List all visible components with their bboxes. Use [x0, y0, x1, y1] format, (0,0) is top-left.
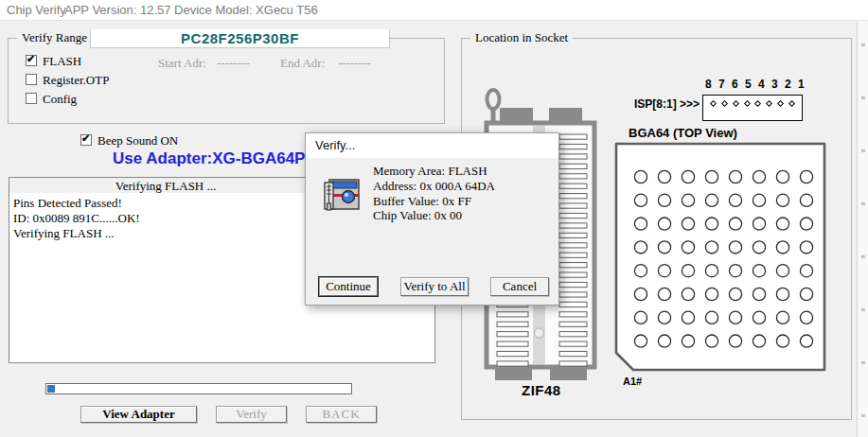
- checkbox-config[interactable]: [26, 93, 37, 104]
- bga-ball: [729, 335, 741, 347]
- bga-ball: [658, 194, 670, 206]
- zif-pin-slot: [559, 282, 587, 287]
- verify-dialog-info-line: Address: 0x 000A 64DA: [373, 179, 495, 194]
- zif-pin-slot: [559, 272, 587, 277]
- bga64-top-view-label: BGA64 (TOP View): [629, 126, 737, 140]
- zif-pin-slot: [559, 292, 587, 297]
- log-header-text: Verifying FLASH ...: [9, 179, 322, 194]
- bga-ball: [776, 241, 788, 253]
- bga-ball: [682, 194, 694, 206]
- bga-ball: [729, 311, 741, 323]
- bga-ball: [753, 288, 765, 300]
- bga-ball: [800, 335, 812, 347]
- zif-pin-slot: [559, 134, 587, 139]
- bga-ball: [705, 288, 717, 300]
- zif-pin-slot: [497, 341, 528, 346]
- bga-ball: [682, 288, 694, 300]
- checkbox-beep-label: Beep Sound ON: [97, 133, 178, 149]
- use-adapter-text: Use Adapter:XG-BGA64P(P2): [113, 149, 336, 168]
- chip-verify-window: Chip Verify APP Version: 12.57 Device Mo…: [0, 0, 868, 437]
- bga-ball: [658, 311, 670, 323]
- verify-compare-icon: [323, 175, 363, 217]
- verify-dialog-info-line: Buffer Value: 0x FF: [373, 194, 495, 209]
- verify-to-all-button[interactable]: Verify to All: [400, 277, 469, 296]
- app-version-text: APP Version: 12.57 Device Model: XGecu T…: [64, 3, 318, 17]
- bga-ball: [705, 170, 717, 183]
- bga-ball: [753, 311, 765, 323]
- isp-pin-icon: [710, 100, 717, 107]
- bga-ball: [658, 170, 670, 183]
- bga-ball: [776, 170, 788, 183]
- view-adapter-button[interactable]: View Adapter: [80, 406, 197, 423]
- zif48-label: ZIF48: [522, 382, 561, 398]
- end-adr-value: --------: [338, 56, 371, 71]
- isp-port-connector: [702, 95, 803, 121]
- bga-ball: [753, 218, 765, 230]
- zif-pin-slot: [559, 341, 587, 346]
- bga-ball: [658, 218, 670, 230]
- zif-pin-slot: [559, 302, 587, 306]
- continue-button[interactable]: Continue: [319, 277, 378, 296]
- bga-ball: [705, 265, 717, 277]
- bga-ball: [800, 241, 812, 253]
- progress-bar-fill: [47, 385, 55, 393]
- bga-ball: [682, 170, 694, 183]
- bga-ball: [705, 218, 717, 230]
- zif-pin-slot: [559, 174, 587, 179]
- zif-pin-slot: [497, 322, 528, 326]
- verify-dialog: Verify... Memory Area: FLASHAddress: 0x …: [305, 132, 559, 306]
- bga-ball: [658, 288, 670, 300]
- zif-pin-slot: [559, 322, 587, 326]
- verify-dialog-info-line: Chip Value: 0x 00: [373, 208, 495, 223]
- checkbox-flash[interactable]: [26, 55, 37, 66]
- zif-pin-slot: [559, 233, 587, 237]
- verify-dialog-titlebar[interactable]: Verify...: [306, 133, 558, 158]
- isp-pin-icon: [733, 100, 739, 107]
- bga-ball: [753, 241, 765, 253]
- bga-ball: [729, 218, 741, 230]
- zif-pin-slot: [559, 223, 587, 228]
- zif-pin-slot: [559, 351, 587, 356]
- bga-ball: [682, 218, 694, 230]
- checkbox-register-otp-label: Register.OTP: [43, 73, 109, 88]
- bga-ball: [729, 241, 741, 253]
- bga-ball: [682, 265, 694, 277]
- bga-ball: [776, 288, 788, 300]
- bga-ball: [634, 241, 647, 253]
- end-adr-label: End Adr:: [280, 56, 325, 71]
- bga-ball: [729, 194, 741, 206]
- zif-pin-slot: [559, 361, 587, 366]
- bga-ball: [634, 311, 647, 323]
- isp-pin-icon: [766, 100, 772, 107]
- zif-pin-slot: [559, 213, 587, 218]
- zif-pin-slot: [559, 312, 587, 317]
- zif-pin-slot: [559, 263, 587, 268]
- bga-ball: [705, 335, 717, 347]
- back-button[interactable]: BACK: [306, 406, 377, 423]
- bga-ball: [800, 218, 812, 230]
- bga-ball: [729, 170, 741, 183]
- checkbox-register-otp[interactable]: [26, 74, 37, 85]
- window-titlebar[interactable]: Chip Verify APP Version: 12.57 Device Mo…: [0, 0, 868, 21]
- desktop-edge-sliver: [857, 21, 868, 437]
- bga-ball: [753, 335, 765, 347]
- checkbox-flash-label: FLASH: [43, 54, 81, 69]
- bga-ball: [634, 335, 647, 347]
- progress-bar: [45, 383, 352, 394]
- bga-ball: [753, 170, 765, 183]
- zif-pin-slot: [559, 332, 587, 337]
- zif-pin-slot: [559, 243, 587, 248]
- verify-button[interactable]: Verify: [216, 406, 287, 423]
- zif-pin-slot: [497, 361, 528, 366]
- isp-pin-numbers: 8 7 6 5 4 3 2 1: [705, 78, 806, 91]
- zif-pin-slot: [559, 144, 587, 149]
- cancel-button[interactable]: Cancel: [490, 277, 549, 296]
- bga-ball: [800, 288, 812, 300]
- zif-pin-slot: [559, 184, 587, 188]
- bga-ball: [634, 194, 647, 206]
- isp-pin-icon: [743, 100, 750, 107]
- checkbox-beep[interactable]: [80, 134, 92, 146]
- bga-ball: [705, 241, 717, 253]
- bga-ball: [776, 335, 788, 347]
- bga-ball: [634, 170, 647, 183]
